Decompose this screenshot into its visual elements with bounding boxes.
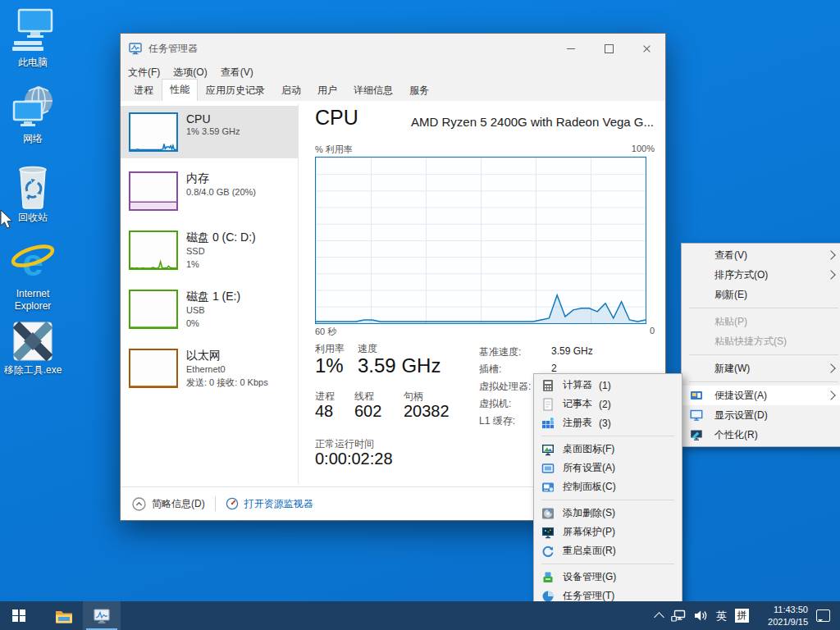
desktop-icon-remover-exe[interactable]: 移除工具.exe [2, 321, 64, 377]
tab-app-history[interactable]: 应用历史记录 [198, 80, 273, 102]
submenu-item-screensaver[interactable]: 屏幕保护(P) [534, 523, 682, 541]
ctx-item-sort-by[interactable]: 排序方式(O) [682, 265, 840, 285]
disk0-mini-chart [129, 231, 178, 270]
minimize-button[interactable] [552, 34, 590, 63]
menu-bar: 文件(F) 选项(O) 查看(V) [121, 63, 665, 81]
submenu-item-notepad[interactable]: 记事本(2) [534, 395, 682, 413]
tray-date: 2021/9/15 [757, 616, 808, 628]
submenu-item-control-panel[interactable]: 控制面板(C) [534, 477, 682, 496]
ctx-item-quick-settings[interactable]: 便捷设置(A) [682, 386, 840, 405]
memory-mini-chart [129, 171, 178, 211]
quick-settings-submenu: 计算器(1) 记事本(2) 注册表(3) 桌面图标(F) 所有设置(A) 控制面… [533, 373, 682, 608]
tray-clock[interactable]: 11:43:50 2021/9/15 [757, 604, 808, 628]
mouse-cursor [0, 209, 15, 231]
network-icon [11, 84, 55, 130]
tray-overflow-chevron-icon[interactable] [654, 612, 664, 623]
submenu-arrow-icon [826, 390, 835, 399]
ctx-item-display-settings[interactable]: 显示设置(D) [682, 405, 840, 425]
ctx-item-view[interactable]: 查看(V) [682, 245, 840, 265]
menu-separator [689, 354, 838, 355]
axis-label-utilization: % 利用率 [315, 144, 353, 156]
screensaver-icon [541, 526, 555, 539]
desktop-icon-label: 移除工具.exe [2, 364, 64, 377]
sidebar-item-disk0[interactable]: 磁盘 0 (C: D:) SSD 1% [121, 224, 298, 278]
sidebar-item-cpu[interactable]: CPU 1% 3.59 GHz [121, 106, 298, 158]
close-icon [642, 44, 651, 53]
sidebar-item-ethernet[interactable]: 以太网 Ethernet0 发送: 0 接收: 0 Kbps [121, 342, 298, 396]
open-resource-monitor-link[interactable]: 打开资源监视器 [226, 497, 313, 511]
submenu-item-calculator[interactable]: 计算器(1) [534, 376, 682, 395]
task-manager-app-icon [129, 42, 142, 55]
minimize-icon [567, 48, 575, 49]
desktop-icon-label: 网络 [2, 133, 64, 145]
taskbar-file-explorer[interactable] [45, 601, 83, 630]
axis-label-60s: 60 秒 [315, 326, 336, 338]
menu-options[interactable]: 选项(O) [173, 66, 207, 80]
personalize-icon [690, 428, 703, 441]
internet-explorer-icon: e [10, 241, 56, 285]
maximize-button[interactable] [590, 34, 628, 63]
display-settings-icon [690, 409, 703, 422]
submenu-arrow-icon [826, 270, 835, 279]
action-center-icon[interactable] [816, 609, 830, 622]
desktop-context-menu: 查看(V) 排序方式(O) 刷新(E) 粘贴(P) 粘贴快捷方式(S) 新建(W… [681, 243, 840, 447]
submenu-item-device-manager[interactable]: 设备管理(G) [534, 568, 682, 587]
menu-file[interactable]: 文件(F) [128, 66, 160, 80]
title-bar[interactable]: 任务管理器 [121, 34, 665, 63]
processes-value: 48 [315, 402, 333, 421]
close-button[interactable] [628, 34, 665, 63]
windows-logo-icon [12, 609, 25, 623]
desktop-icon-this-pc[interactable]: 此电脑 [2, 8, 64, 69]
submenu-item-desktop-icons[interactable]: 桌面图标(F) [534, 440, 682, 459]
tab-processes[interactable]: 进程 [126, 80, 162, 102]
network-status-icon[interactable] [671, 609, 686, 622]
desktop-icon-internet-explorer[interactable]: e Internet Explorer [2, 241, 64, 313]
submenu-item-all-settings[interactable]: 所有设置(A) [534, 459, 682, 477]
tab-startup[interactable]: 启动 [273, 80, 309, 102]
menu-separator [689, 381, 838, 382]
ctx-item-personalize[interactable]: 个性化(R) [682, 425, 840, 445]
axis-label-0: 0 [650, 326, 655, 338]
control-panel-icon [541, 481, 555, 494]
fewer-details-toggle[interactable]: 简略信息(D) [132, 497, 205, 511]
submenu-item-add-remove[interactable]: 添加删除(S) [534, 504, 682, 523]
desktop-icon-label: Internet Explorer [2, 288, 64, 313]
ctx-item-refresh[interactable]: 刷新(E) [682, 285, 840, 304]
submenu-item-registry[interactable]: 注册表(3) [534, 413, 682, 432]
tab-services[interactable]: 服务 [401, 80, 437, 102]
cpu-model: AMD Ryzen 5 2400G with Radeon Vega G... [411, 115, 654, 129]
menu-view[interactable]: 查看(V) [221, 66, 253, 80]
sidebar-item-memory[interactable]: 内存 0.8/4.0 GB (20%) [121, 165, 298, 217]
window-title: 任务管理器 [148, 42, 198, 56]
desktop-icon-network[interactable]: 网络 [2, 84, 64, 145]
desktop: 此电脑 网络 回收站 e Internet Explorer [0, 0, 840, 630]
tab-users[interactable]: 用户 [309, 80, 345, 102]
menu-separator [541, 436, 674, 436]
system-tray: 英 拼 11:43:50 2021/9/15 [655, 604, 840, 628]
taskbar: 英 拼 11:43:50 2021/9/15 [0, 601, 840, 630]
menu-separator [689, 308, 838, 308]
uptime-value: 0:00:02:28 [315, 450, 393, 468]
ctx-item-new[interactable]: 新建(W) [682, 358, 840, 378]
tab-details[interactable]: 详细信息 [345, 80, 401, 102]
file-explorer-icon [55, 609, 73, 623]
disk1-mini-chart [129, 290, 178, 329]
ime-mode-indicator[interactable]: 拼 [735, 609, 749, 623]
submenu-arrow-icon [826, 363, 835, 372]
tab-performance[interactable]: 性能 [162, 79, 198, 102]
restart-desktop-icon [541, 545, 555, 558]
resource-monitor-icon [226, 497, 239, 510]
device-manager-icon [541, 571, 555, 584]
volume-icon[interactable] [694, 609, 708, 622]
sidebar-item-disk1[interactable]: 磁盘 1 (E:) USB 0% [121, 283, 298, 337]
chevron-up-circle-icon [132, 497, 146, 511]
start-button[interactable] [0, 601, 38, 630]
submenu-arrow-icon [826, 250, 835, 259]
pane-divider [298, 104, 299, 484]
ctx-item-paste: 粘贴(P) [682, 312, 840, 331]
tray-time: 11:43:50 [757, 604, 808, 616]
quick-settings-icon [690, 389, 703, 402]
ime-language-indicator[interactable]: 英 [716, 609, 727, 623]
taskbar-task-manager[interactable] [83, 601, 121, 630]
submenu-item-restart-desktop[interactable]: 重启桌面(R) [534, 541, 682, 560]
